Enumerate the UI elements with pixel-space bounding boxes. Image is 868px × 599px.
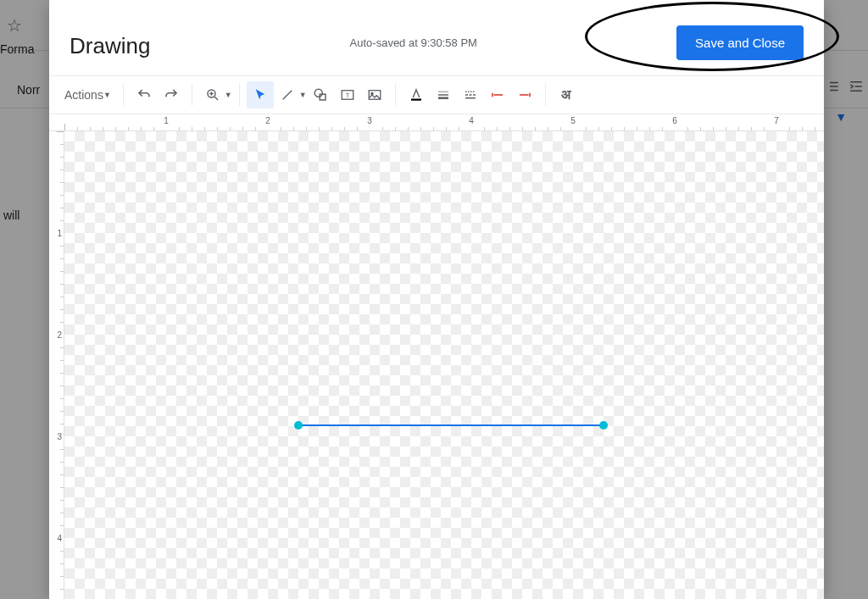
separator bbox=[545, 84, 546, 106]
svg-text:T: T bbox=[345, 92, 349, 99]
line-weight-button[interactable] bbox=[430, 81, 457, 108]
redo-button[interactable] bbox=[158, 81, 185, 108]
caret-down-icon: ▼ bbox=[103, 91, 111, 99]
separator bbox=[192, 84, 192, 106]
actions-menu[interactable]: Actions ▼ bbox=[59, 85, 116, 105]
svg-line-10 bbox=[214, 97, 218, 100]
svg-rect-20 bbox=[411, 99, 421, 101]
drawing-canvas[interactable] bbox=[64, 131, 824, 599]
undo-button[interactable] bbox=[131, 81, 158, 108]
select-tool[interactable] bbox=[247, 81, 274, 108]
input-method-button[interactable]: अ bbox=[553, 81, 580, 108]
input-method-label: अ bbox=[561, 87, 570, 103]
line-tool[interactable] bbox=[274, 81, 301, 108]
line-color-button[interactable] bbox=[403, 81, 430, 108]
drawing-toolbar: Actions ▼ ▼ ▼ T bbox=[49, 76, 824, 114]
shape-tool[interactable] bbox=[307, 81, 334, 108]
svg-line-13 bbox=[283, 91, 292, 100]
line-start-button[interactable] bbox=[484, 81, 511, 108]
line-end-button[interactable] bbox=[511, 81, 538, 108]
zoom-button[interactable] bbox=[199, 81, 226, 108]
separator bbox=[123, 84, 124, 106]
svg-rect-15 bbox=[320, 94, 326, 100]
separator bbox=[395, 84, 396, 106]
autosave-status: Auto-saved at 9:30:58 PM bbox=[350, 36, 477, 49]
save-and-close-button[interactable]: Save and Close bbox=[676, 25, 804, 60]
line-dash-button[interactable] bbox=[457, 81, 484, 108]
drawing-dialog: Drawing Auto-saved at 9:30:58 PM Save an… bbox=[49, 0, 824, 599]
image-tool[interactable] bbox=[361, 81, 388, 108]
line-handle-end[interactable] bbox=[599, 421, 608, 430]
drawn-line-shape[interactable] bbox=[298, 424, 604, 426]
text-box-tool[interactable]: T bbox=[334, 81, 361, 108]
line-handle-start[interactable] bbox=[294, 421, 303, 430]
separator bbox=[239, 84, 240, 106]
actions-label: Actions bbox=[64, 88, 103, 102]
vertical-ruler: 1234 bbox=[49, 131, 64, 599]
svg-point-14 bbox=[314, 89, 322, 97]
horizontal-ruler: 1234567 bbox=[49, 114, 824, 131]
dialog-title: Drawing bbox=[70, 33, 150, 59]
